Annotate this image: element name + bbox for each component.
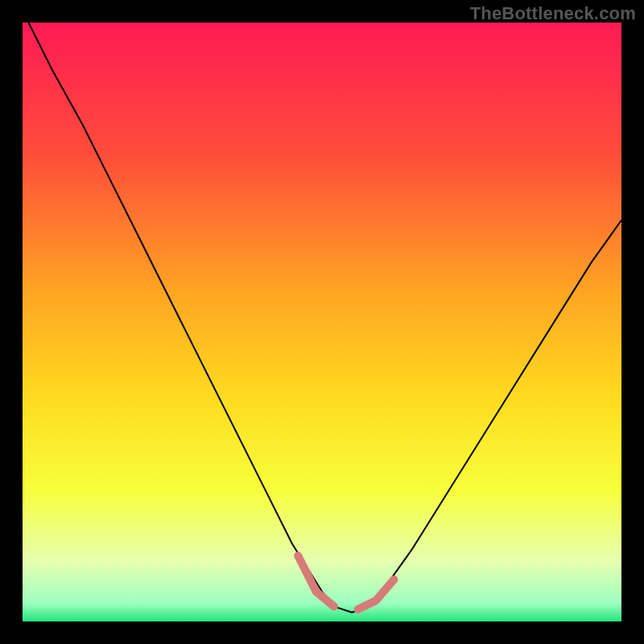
chart-stage: { "watermark": "TheBottleneck.com", "cha… [0, 0, 644, 644]
watermark-text: TheBottleneck.com [470, 3, 636, 24]
bottleneck-chart [0, 0, 644, 644]
plot-background [23, 23, 621, 621]
